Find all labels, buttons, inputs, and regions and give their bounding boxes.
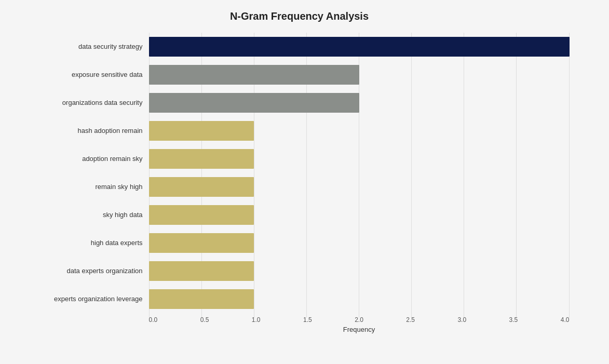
x-tick: 0.0 — [149, 316, 158, 323]
x-tick: 4.0 — [561, 316, 570, 323]
x-tick: 2.0 — [355, 316, 363, 323]
bar-row: hash adoption remain — [30, 117, 570, 145]
bar-fill — [149, 205, 254, 225]
bar-label: sky high data — [30, 211, 149, 219]
bar-row: sky high data — [30, 201, 570, 229]
bar-track — [149, 93, 570, 113]
x-axis: 0.00.51.01.52.02.53.03.54.0 — [149, 316, 570, 323]
bar-track — [149, 37, 570, 57]
bar-fill — [149, 233, 254, 253]
bar-track — [149, 149, 570, 169]
bar-fill — [149, 121, 254, 141]
x-axis-labels: 0.00.51.01.52.02.53.03.54.0 — [149, 316, 570, 323]
chart-title: N-Gram Frequency Analysis — [30, 10, 570, 22]
x-axis-title: Frequency — [149, 326, 570, 333]
bar-row: high data experts — [30, 229, 570, 257]
bar-label: hash adoption remain — [30, 127, 149, 134]
bar-track — [149, 261, 570, 281]
bar-row: exposure sensitive data — [30, 61, 570, 89]
chart-container: N-Gram Frequency Analysis data security … — [19, 0, 590, 364]
x-tick: 1.5 — [303, 316, 312, 323]
bar-track — [149, 233, 570, 253]
bar-fill — [149, 93, 359, 113]
bar-row: data security strategy — [30, 33, 570, 61]
bar-row: data experts organization — [30, 257, 570, 285]
bar-label: exposure sensitive data — [30, 71, 149, 78]
bar-track — [149, 205, 570, 225]
bar-fill — [149, 177, 254, 197]
bar-fill — [149, 289, 254, 309]
bar-track — [149, 289, 570, 309]
x-tick: 0.5 — [200, 316, 209, 323]
bar-label: high data experts — [30, 239, 149, 247]
bar-label: organizations data security — [30, 99, 149, 106]
bar-track — [149, 121, 570, 141]
bar-label: remain sky high — [30, 183, 149, 191]
bar-label: experts organization leverage — [30, 295, 149, 303]
bar-track — [149, 65, 570, 85]
bar-fill — [149, 65, 359, 85]
bar-label: data security strategy — [30, 43, 149, 50]
bar-fill — [149, 37, 570, 57]
x-tick: 2.5 — [406, 316, 415, 323]
bar-row: organizations data security — [30, 89, 570, 117]
x-tick: 3.5 — [509, 316, 518, 323]
x-tick: 3.0 — [457, 316, 466, 323]
bar-row: remain sky high — [30, 173, 570, 201]
bar-fill — [149, 149, 254, 169]
bar-fill — [149, 261, 254, 281]
chart-area: data security strategyexposure sensitive… — [30, 33, 570, 333]
bar-row: experts organization leverage — [30, 285, 570, 313]
bar-label: data experts organization — [30, 267, 149, 275]
bars-area: data security strategyexposure sensitive… — [30, 33, 570, 313]
x-tick: 1.0 — [252, 316, 261, 323]
bar-track — [149, 177, 570, 197]
bar-label: adoption remain sky — [30, 155, 149, 163]
bar-row: adoption remain sky — [30, 145, 570, 173]
